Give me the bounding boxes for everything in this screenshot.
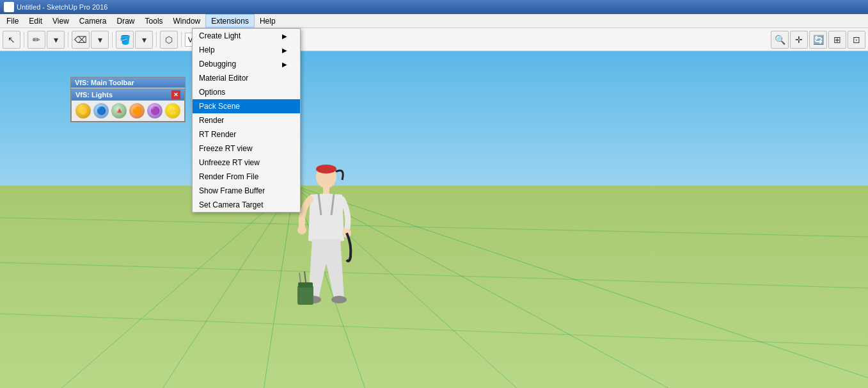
- toolbar: ↖ ✏ ▾ ⌫ ▾ 🪣 ▾ ⬡ V-Ray ▶ 🔍 ✛ 🔄 ⊞ ⊡: [0, 28, 868, 51]
- paint-tool-btn[interactable]: 🪣: [116, 31, 134, 49]
- svg-line-22: [304, 271, 306, 282]
- menu-item-material-editor[interactable]: Material Editor: [193, 71, 300, 85]
- separator-1: [24, 32, 24, 47]
- pencil-tool-btn[interactable]: ✏: [28, 31, 45, 49]
- eraser-tool-btn[interactable]: ⌫: [72, 31, 90, 49]
- help-arrow: ▶: [282, 47, 287, 54]
- show-frame-buffer-label: Show Frame Buffer: [199, 186, 265, 195]
- rect-light-btn[interactable]: 🟠: [129, 103, 145, 118]
- render-from-file-label: Render From File: [199, 172, 258, 181]
- pan-btn[interactable]: ✛: [790, 31, 808, 49]
- menu-item-set-camera-target[interactable]: Set Camera Target: [193, 198, 300, 212]
- menu-item-render[interactable]: Render: [193, 113, 300, 127]
- menu-item-rt-render[interactable]: RT Render: [193, 127, 300, 141]
- menu-item-debugging[interactable]: Debugging ▶: [193, 57, 300, 71]
- separator-4: [156, 32, 157, 47]
- menu-item-unfreeze-rt[interactable]: Unfreeze RT view: [193, 156, 300, 170]
- unfreeze-rt-label: Unfreeze RT view: [199, 158, 260, 167]
- separator-3: [112, 32, 113, 47]
- menu-item-pack-scene[interactable]: Pack Scene: [193, 99, 300, 113]
- vray-main-toolbar-panel: VfS: Main Toolbar VfS: Lights ✕ 🟡 🔵 🔺 🟠 …: [70, 77, 185, 122]
- ground-perspective-lines: [0, 186, 868, 388]
- menu-item-options[interactable]: Options: [193, 85, 300, 99]
- vray-toolbar-title: VfS: Main Toolbar: [75, 79, 134, 86]
- svg-rect-20: [298, 282, 313, 287]
- menu-item-freeze-rt[interactable]: Freeze RT view: [193, 141, 300, 156]
- title-bar: Untitled - SketchUp Pro 2016: [0, 0, 868, 14]
- render-label: Render: [199, 116, 224, 125]
- svg-point-18: [331, 296, 347, 303]
- paint-dropdown-btn[interactable]: ▾: [135, 31, 153, 49]
- menu-window[interactable]: Window: [168, 14, 206, 28]
- svg-line-6: [294, 186, 868, 378]
- spot-light-btn[interactable]: 🔺: [111, 103, 127, 118]
- debugging-arrow: ▶: [282, 61, 287, 68]
- svg-point-15: [297, 225, 306, 234]
- menu-draw[interactable]: Draw: [112, 14, 140, 28]
- svg-line-2: [256, 186, 294, 388]
- zoom-window-btn[interactable]: ⊞: [828, 31, 846, 49]
- menu-item-create-light[interactable]: Create Light ▶: [193, 29, 300, 43]
- menu-tools[interactable]: Tools: [140, 14, 168, 28]
- svg-point-11: [316, 165, 336, 174]
- svg-line-5: [294, 186, 768, 388]
- menu-camera[interactable]: Camera: [74, 14, 112, 28]
- vray-lights-header[interactable]: VfS: Lights ✕: [72, 89, 184, 101]
- menu-bar: File Edit View Camera Draw Tools Window …: [0, 14, 868, 28]
- menu-item-help[interactable]: Help ▶: [193, 43, 300, 57]
- vray-lights-panel: VfS: Lights ✕ 🟡 🔵 🔺 🟠 🟣 ⭐: [71, 88, 185, 122]
- eraser-dropdown-btn[interactable]: ▾: [91, 31, 109, 49]
- vray-lights-body: 🟡 🔵 🔺 🟠 🟣 ⭐: [72, 101, 184, 121]
- options-label: Options: [199, 88, 225, 97]
- create-light-label: Create Light: [199, 31, 241, 40]
- menu-item-render-from-file[interactable]: Render From File: [193, 170, 300, 184]
- svg-line-21: [299, 273, 301, 282]
- ies-light-btn[interactable]: 🟣: [147, 103, 162, 118]
- menu-edit[interactable]: Edit: [24, 14, 47, 28]
- freeze-rt-label: Freeze RT view: [199, 144, 253, 153]
- pack-scene-label: Pack Scene: [199, 102, 240, 111]
- debugging-label: Debugging: [199, 60, 236, 69]
- menu-extensions[interactable]: Extensions: [205, 14, 255, 28]
- title-bar-text: Untitled - SketchUp Pro 2016: [17, 3, 107, 11]
- ground: [0, 186, 868, 388]
- svg-line-1: [128, 186, 294, 388]
- zoom-btn[interactable]: 🔄: [809, 31, 827, 49]
- material-editor-label: Material Editor: [199, 74, 248, 83]
- menu-help[interactable]: Help: [255, 14, 281, 28]
- dome-light-btn[interactable]: 🔵: [93, 103, 109, 118]
- vray-lights-title: VfS: Lights: [75, 91, 113, 99]
- separator-5: [181, 32, 182, 47]
- zoom-extents-btn[interactable]: ⊡: [848, 31, 865, 49]
- svg-rect-19: [297, 286, 313, 305]
- sphere-light-btn[interactable]: 🟡: [75, 103, 91, 118]
- rt-render-label: RT Render: [199, 130, 236, 139]
- set-camera-target-label: Set Camera Target: [199, 200, 264, 209]
- svg-line-8: [0, 263, 868, 288]
- menu-file[interactable]: File: [1, 14, 24, 28]
- push-pull-btn[interactable]: ⬡: [160, 31, 178, 49]
- svg-line-0: [0, 186, 294, 388]
- svg-line-9: [0, 314, 868, 346]
- select-tool-btn[interactable]: ↖: [3, 31, 20, 49]
- menu-view[interactable]: View: [47, 14, 74, 28]
- vray-toolbar-header[interactable]: VfS: Main Toolbar: [71, 77, 185, 88]
- menu-item-show-frame-buffer[interactable]: Show Frame Buffer: [193, 184, 300, 198]
- sun-light-btn[interactable]: ⭐: [165, 103, 180, 118]
- app-icon: [4, 2, 14, 12]
- extensions-dropdown-menu: Create Light ▶ Help ▶ Debugging ▶ Materi…: [192, 28, 301, 213]
- pencil-dropdown-btn[interactable]: ▾: [47, 31, 65, 49]
- figure-character: [294, 158, 358, 324]
- help-label: Help: [199, 45, 215, 54]
- create-light-arrow: ▶: [282, 33, 287, 40]
- orbit-btn[interactable]: 🔍: [771, 31, 789, 49]
- separator-2: [68, 32, 68, 47]
- svg-rect-12: [323, 188, 329, 194]
- svg-line-7: [0, 218, 868, 237]
- close-lights-btn[interactable]: ✕: [171, 90, 180, 99]
